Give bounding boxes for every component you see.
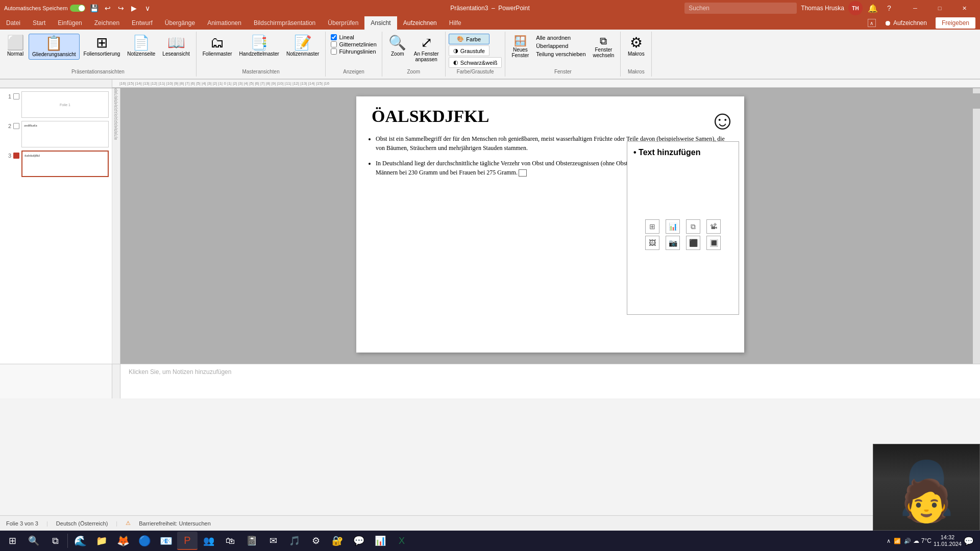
redo-icon[interactable]: ↪ [115,2,127,14]
tab-datei[interactable]: Datei [0,16,27,30]
fuehrungslinien-checkbox[interactable]: Führungslinien [329,48,378,55]
more-icon[interactable]: ∨ [141,2,154,14]
group-items: ⚙ Makros [624,34,648,68]
teilung-button[interactable]: Teilung verschieben [533,50,589,58]
start-button[interactable]: ⊞ [2,532,22,550]
onenote-button[interactable]: 📓 [241,532,262,550]
app11-button[interactable]: 📊 [370,532,390,550]
lineal-checkbox[interactable]: Lineal [329,34,378,41]
slide-img-2[interactable]: asdfkafa [21,121,109,147]
notizenmaster-button[interactable]: 📝 Notizenmaster [283,34,322,59]
help-icon[interactable]: ? [883,2,895,14]
neues-fenster-icon: 🪟 [514,36,527,46]
tab-einfuegen[interactable]: Einfügen [52,16,88,30]
app9-button[interactable]: 🔐 [327,532,348,550]
slide-canvas[interactable]: ☺ ÖALSKDJFKL Obst ist ein Sammelbegriff … [356,96,744,353]
autosave-toggle[interactable] [70,5,85,12]
scrollbar-track[interactable] [973,88,980,364]
collapse-ribbon-button[interactable]: ∧ [868,19,876,27]
firefox-button[interactable]: 🦊 [113,532,133,550]
save-icon[interactable]: 💾 [88,2,101,14]
app6-button[interactable]: ✉ [263,532,283,550]
smartart-insert-icon[interactable]: ⧉ [686,219,700,234]
search-taskbar-button[interactable]: 🔍 [23,532,44,550]
gitternetz-checkbox[interactable]: Gitternetzlinien [329,41,378,48]
gliederung-icon: 📋 [45,36,63,51]
tray-up-icon[interactable]: ∧ [887,538,891,544]
gliederungsansicht-button[interactable]: 📋 Gliederungsansicht [29,34,80,60]
app10-button[interactable]: 💬 [349,532,369,550]
icons-insert-icon[interactable]: ⬛ [686,236,700,250]
graustufe-icon: ◑ [453,47,458,54]
slide-title[interactable]: ÖALSKDJFKL [356,96,744,130]
share-button[interactable]: Freigeben [935,17,976,29]
neues-fenster-button[interactable]: 🪟 NeuesFenster [508,34,532,60]
zoom-button[interactable]: 🔍 Zoom [385,34,410,59]
teams-button[interactable]: 👥 [199,532,219,550]
edge-button[interactable]: 🌊 [70,532,90,550]
chrome-button[interactable]: 🔵 [134,532,155,550]
app7-button[interactable]: 🎵 [284,532,305,550]
schwarzweiss-button[interactable]: ◐ Schwarz&weiß [449,57,502,68]
zoom-icon: 🔍 [388,36,406,50]
record-button[interactable]: ⏺ Aufzeichnen [878,17,933,29]
notes-area[interactable]: Klicken Sie, um Notizen hinzuzufügen [120,364,980,398]
app8-button[interactable]: ⚙ [306,532,326,550]
tab-entwurf[interactable]: Entwurf [126,16,159,30]
task-view-button[interactable]: ⧉ [45,532,65,550]
tab-ueberpruefen[interactable]: Überprüfen [322,16,364,30]
group-items: Lineal Gitternetzlinien Führungslinien [329,34,378,68]
ribbon-icon[interactable]: 🔔 [867,2,879,14]
quick-access-toolbar: 💾 ↩ ↪ ▶ ∨ [88,2,154,14]
minimize-button[interactable]: ─ [903,0,927,16]
makros-button[interactable]: ⚙ Makros [624,34,648,59]
present-icon[interactable]: ▶ [128,2,140,14]
undo-icon[interactable]: ↩ [102,2,114,14]
slide-img-1[interactable]: Folie 1 [21,91,109,118]
notizenseite-button[interactable]: 📄 Notizenseite [124,34,158,59]
tab-start[interactable]: Start [27,16,52,30]
3d-insert-icon[interactable]: 🔳 [706,236,721,250]
store-button[interactable]: 🛍 [220,532,240,550]
chart-insert-icon[interactable]: 📊 [666,219,680,234]
close-button[interactable]: ✕ [952,0,976,16]
handzettelmaster-button[interactable]: 📑 Handzettelmaster [236,34,282,59]
picture-insert-icon[interactable]: 🖼 [645,236,659,250]
group-label-makros: Makros [624,68,648,74]
notification-icon[interactable]: 💬 [964,536,974,546]
graustufe-button[interactable]: ◑ Graustufe [449,45,489,56]
explorer-button[interactable]: 📁 [91,532,112,550]
tab-hilfe[interactable]: Hilfe [443,16,468,30]
an-fenster-button[interactable]: ⤢ An Fensteranpassen [411,34,442,64]
slide-img-3[interactable]: öalskdjfkl [21,151,109,177]
search-input[interactable] [684,3,797,14]
farbe-button[interactable]: 🎨 Farbe [449,34,489,44]
media-insert-icon[interactable]: 📽 [706,219,721,234]
tab-ansicht[interactable]: Ansicht [364,16,397,30]
normal-button[interactable]: ⬜ Normal [3,34,28,59]
tab-zeichnen[interactable]: Zeichnen [88,16,126,30]
slide-right-box[interactable]: • Text hinzufügen ⊞ 📊 ⧉ 📽 🖼 📷 ⬛ [627,141,739,315]
slide-thumb-3[interactable]: 3 öalskdjfkl [2,149,110,178]
tab-bildschirm[interactable]: Bildschirmpräsentation [248,16,322,30]
folienmaster-button[interactable]: 🗂 Folienmaster [200,34,235,59]
slide-thumb-2[interactable]: 2 asdfkafa [2,120,110,148]
scrollbar-thumb[interactable] [973,93,980,109]
excel-button[interactable]: X [391,532,412,550]
tab-uebergaenge[interactable]: Übergänge [159,16,201,30]
autosave-label: Automatisches Speichern [4,5,68,11]
photo-insert-icon[interactable]: 📷 [666,236,680,250]
table-insert-icon[interactable]: ⊞ [645,219,659,234]
group-makros: ⚙ Makros Makros [621,32,652,77]
ueberlappend-button[interactable]: Überlappend [533,42,589,50]
fenster-wechseln-button[interactable]: ⧉ Fensterwechseln [590,34,618,60]
slide-thumb-1[interactable]: 1 Folie 1 [2,90,110,119]
foliensortierung-button[interactable]: ⊞ Foliensortierung [81,34,124,59]
leseansicht-button[interactable]: 📖 Leseansicht [159,34,192,59]
outlook-button[interactable]: 📧 [156,532,176,550]
maximize-button[interactable]: □ [928,0,951,16]
powerpoint-taskbar-button[interactable]: P [177,532,198,550]
tab-animationen[interactable]: Animationen [201,16,248,30]
alle-anordnen-button[interactable]: Alle anordnen [533,34,589,42]
tab-dictation[interactable]: Aufzeichnen [397,16,443,30]
